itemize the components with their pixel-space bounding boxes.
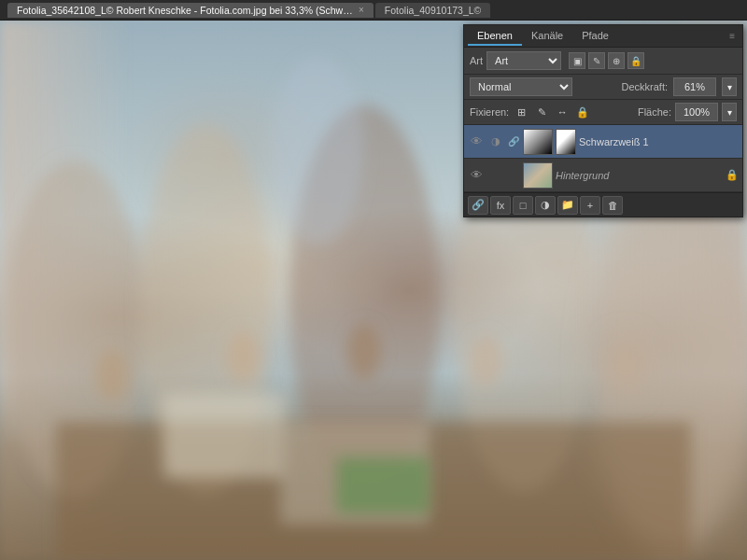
- tab-inactive-label: Fotolia_40910173_L©: [385, 5, 482, 16]
- tab-active[interactable]: Fotolia_35642108_L© Robert Kneschke - Fo…: [7, 3, 374, 18]
- layer-lock-icon: 🔒: [726, 169, 739, 181]
- filter-icon-add[interactable]: ⊕: [608, 52, 625, 69]
- layer-thumb-schwarzweiss: [523, 129, 553, 155]
- fill-label: Fläche:: [638, 106, 671, 118]
- tab-ebenen[interactable]: Ebenen: [468, 27, 522, 46]
- fix-icon-lock[interactable]: 🔒: [574, 104, 591, 120]
- filter-icon-checkered[interactable]: ▣: [569, 52, 585, 69]
- tab-inactive[interactable]: Fotolia_40910173_L©: [375, 3, 491, 18]
- blend-mode-select[interactable]: Normal Multiplizieren Luminanz: [470, 77, 572, 96]
- workspace: Ebenen Kanäle Pfade ≡ Art Art Normale Eb…: [0, 21, 747, 560]
- layer-item-hintergrund[interactable]: 👁 Hintergrund 🔒: [464, 159, 742, 192]
- tab-active-label: Fotolia_35642108_L© Robert Kneschke - Fo…: [17, 5, 353, 16]
- filter-icons: ▣ ✎ ⊕ 🔒: [569, 52, 644, 69]
- filter-select[interactable]: Art Normale Ebene: [486, 51, 561, 70]
- panel-btn-link[interactable]: 🔗: [468, 196, 488, 215]
- layers-list: 👁 ◑ 🔗 Schwarzweiß 1 👁 Hintergrund 🔒: [464, 125, 742, 192]
- layer-mask-thumb-schwarzweiss: [556, 129, 576, 155]
- panel-btn-new-layer[interactable]: +: [580, 196, 600, 215]
- fill-input[interactable]: [675, 103, 718, 121]
- fix-label: Fixieren:: [470, 106, 509, 118]
- desk-area: [0, 373, 747, 560]
- tab-active-close[interactable]: ×: [359, 5, 364, 15]
- fill-arrow-btn[interactable]: ▾: [722, 103, 737, 121]
- fix-icon-arrows[interactable]: ↔: [554, 104, 571, 120]
- tab-pfade[interactable]: Pfade: [572, 27, 618, 46]
- panel-collapse-btn[interactable]: ≡: [726, 29, 739, 43]
- layer-name-hintergrund: Hintergrund: [556, 170, 723, 181]
- layer-chain-schwarzweiss: 🔗: [507, 136, 520, 147]
- panel-btn-adjustment[interactable]: ◑: [535, 196, 556, 215]
- panel-tabs: Ebenen Kanäle Pfade ≡: [464, 25, 742, 48]
- panel-btn-delete[interactable]: 🗑: [602, 196, 623, 215]
- layer-eye-schwarzweiss[interactable]: 👁: [468, 133, 485, 150]
- panel-btn-fx[interactable]: fx: [490, 196, 511, 215]
- layer-eye-hintergrund[interactable]: 👁: [468, 167, 485, 184]
- title-bar: Fotolia_35642108_L© Robert Kneschke - Fo…: [0, 0, 747, 21]
- tab-kanaele[interactable]: Kanäle: [522, 27, 572, 46]
- opacity-label: Deckkraft:: [621, 81, 668, 92]
- fix-icon-move[interactable]: ⊞: [513, 104, 529, 120]
- layer-item-schwarzweiss[interactable]: 👁 ◑ 🔗 Schwarzweiß 1: [464, 125, 742, 159]
- blend-row: Normal Multiplizieren Luminanz Deckkraft…: [464, 75, 742, 100]
- filter-icon-lock[interactable]: 🔒: [627, 52, 644, 69]
- opacity-arrow-btn[interactable]: ▾: [722, 77, 737, 96]
- filter-icon-edit[interactable]: ✎: [588, 52, 605, 69]
- panel-bottom-toolbar: 🔗 fx □ ◑ 📁 + 🗑: [464, 192, 742, 217]
- layers-panel: Ebenen Kanäle Pfade ≡ Art Art Normale Eb…: [463, 24, 743, 217]
- opacity-input[interactable]: [673, 77, 716, 96]
- filter-row: Art Art Normale Ebene ▣ ✎ ⊕ 🔒: [464, 48, 742, 75]
- layer-thumb-hintergrund: [523, 162, 553, 189]
- layer-empty-mask: [487, 167, 504, 184]
- layer-name-schwarzweiss: Schwarzweiß 1: [579, 136, 739, 147]
- panel-btn-mask[interactable]: □: [513, 196, 533, 215]
- fix-icon-brush[interactable]: ✎: [533, 104, 550, 120]
- layer-circle-icon: ◑: [487, 133, 504, 150]
- fix-row: Fixieren: ⊞ ✎ ↔ 🔒 Fläche: ▾: [464, 100, 742, 125]
- panel-btn-folder[interactable]: 📁: [557, 196, 578, 215]
- filter-label: Art: [470, 55, 483, 66]
